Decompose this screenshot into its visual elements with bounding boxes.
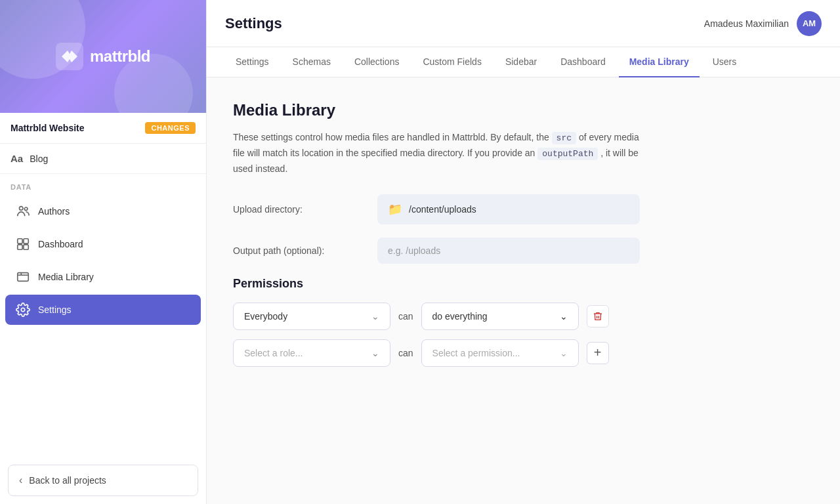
permission-row-1: Everybody ⌄ can do everything ⌄ <box>233 303 814 330</box>
back-button-label: Back to all projects <box>29 475 106 486</box>
main-area: Settings Amadeus Maximilian AM Settings … <box>207 0 840 504</box>
tab-settings[interactable]: Settings <box>225 47 280 77</box>
data-section-label: Data <box>0 174 206 195</box>
blog-item[interactable]: Aa Blog <box>0 144 206 174</box>
chevron-down-icon-3: ⌄ <box>371 348 379 358</box>
upload-directory-row: Upload directory: 📁 /content/uploads <box>233 194 814 224</box>
tab-schemas[interactable]: Schemas <box>282 47 341 77</box>
blog-label: Blog <box>30 154 48 164</box>
sidebar: mattrbld Mattrbld Website CHANGES Aa Blo… <box>0 0 207 504</box>
tabs-bar: Settings Schemas Collections Custom Fiel… <box>207 47 840 77</box>
blog-type-icon: Aa <box>10 153 23 164</box>
avatar[interactable]: AM <box>797 11 822 36</box>
svg-point-1 <box>20 207 24 211</box>
sidebar-item-dashboard[interactable]: Dashboard <box>5 229 201 259</box>
trash-icon <box>593 311 603 322</box>
sidebar-hero: mattrbld <box>0 0 206 113</box>
logo-text: mattrbld <box>90 47 150 66</box>
add-permission-button[interactable]: + <box>587 342 609 364</box>
tab-users[interactable]: Users <box>702 47 747 77</box>
chevron-down-icon-2: ⌄ <box>560 311 568 322</box>
upload-directory-label: Upload directory: <box>233 204 364 215</box>
section-description: These settings control how media files a… <box>233 130 653 176</box>
sidebar-item-authors[interactable]: Authors <box>5 196 201 226</box>
mattrbld-logo-icon <box>56 43 83 70</box>
permission-value-1: do everything <box>432 311 488 322</box>
tab-dashboard[interactable]: Dashboard <box>550 47 616 77</box>
tab-custom-fields[interactable]: Custom Fields <box>412 47 492 77</box>
plus-icon: + <box>594 345 602 360</box>
back-arrow-icon: ‹ <box>19 474 22 486</box>
permission-select-2[interactable]: Select a permission... ⌄ <box>421 339 579 367</box>
content-area: Media Library These settings control how… <box>207 77 840 504</box>
sidebar-item-dashboard-label: Dashboard <box>38 239 83 249</box>
logo-area: mattrbld <box>56 43 150 70</box>
delete-permission-button-1[interactable] <box>587 305 609 327</box>
tab-collections[interactable]: Collections <box>344 47 410 77</box>
media-library-title: Media Library <box>233 101 814 119</box>
page-title: Settings <box>225 15 282 32</box>
svg-rect-4 <box>24 239 28 243</box>
src-code: src <box>552 132 576 144</box>
svg-rect-7 <box>18 273 29 282</box>
svg-rect-5 <box>18 245 22 249</box>
permission-select-1[interactable]: do everything ⌄ <box>421 303 579 330</box>
permission-placeholder-2: Select a permission... <box>432 348 520 358</box>
changes-badge: CHANGES <box>145 122 196 134</box>
role-placeholder-2: Select a role... <box>244 348 303 358</box>
dashboard-icon <box>16 237 30 251</box>
folder-icon: 📁 <box>388 202 402 217</box>
sidebar-item-settings[interactable]: Settings <box>5 295 201 325</box>
project-name: Mattrbld Website <box>10 123 85 133</box>
output-path-label: Output path (optional): <box>233 245 364 256</box>
upload-directory-value: /content/uploads <box>409 204 476 215</box>
sidebar-item-media-library[interactable]: Media Library <box>5 262 201 292</box>
can-text-1: can <box>398 311 413 322</box>
user-name: Amadeus Maximilian <box>704 18 789 29</box>
back-to-all-projects-button[interactable]: ‹ Back to all projects <box>8 465 198 496</box>
settings-icon <box>16 303 30 317</box>
role-value-1: Everybody <box>244 311 287 322</box>
permission-row-2: Select a role... ⌄ can Select a permissi… <box>233 339 814 367</box>
chevron-down-icon-1: ⌄ <box>371 311 379 322</box>
output-path-row: Output path (optional): e.g. /uploads <box>233 238 814 264</box>
sidebar-item-settings-label: Settings <box>38 304 72 315</box>
tab-media-library[interactable]: Media Library <box>619 47 700 77</box>
output-path-placeholder: e.g. /uploads <box>388 245 440 256</box>
permissions-title: Permissions <box>233 277 814 291</box>
output-path-code: outputPath <box>537 148 598 160</box>
users-icon <box>16 204 30 219</box>
chevron-down-icon-4: ⌄ <box>560 348 568 358</box>
svg-point-2 <box>24 207 28 211</box>
role-select-1[interactable]: Everybody ⌄ <box>233 303 390 330</box>
svg-rect-6 <box>24 245 28 249</box>
svg-rect-3 <box>18 239 22 243</box>
sidebar-item-authors-label: Authors <box>38 206 70 217</box>
media-icon <box>16 270 30 284</box>
upload-directory-field[interactable]: 📁 /content/uploads <box>377 194 640 224</box>
tab-sidebar[interactable]: Sidebar <box>495 47 547 77</box>
desc-part1: These settings control how media files a… <box>233 132 549 142</box>
output-path-field[interactable]: e.g. /uploads <box>377 238 640 264</box>
topbar: Settings Amadeus Maximilian AM <box>207 0 840 47</box>
svg-point-8 <box>21 308 25 312</box>
can-text-2: can <box>398 348 413 358</box>
project-row: Mattrbld Website CHANGES <box>0 113 206 144</box>
user-area: Amadeus Maximilian AM <box>704 11 822 36</box>
role-select-2[interactable]: Select a role... ⌄ <box>233 339 390 367</box>
sidebar-item-media-library-label: Media Library <box>38 272 94 282</box>
